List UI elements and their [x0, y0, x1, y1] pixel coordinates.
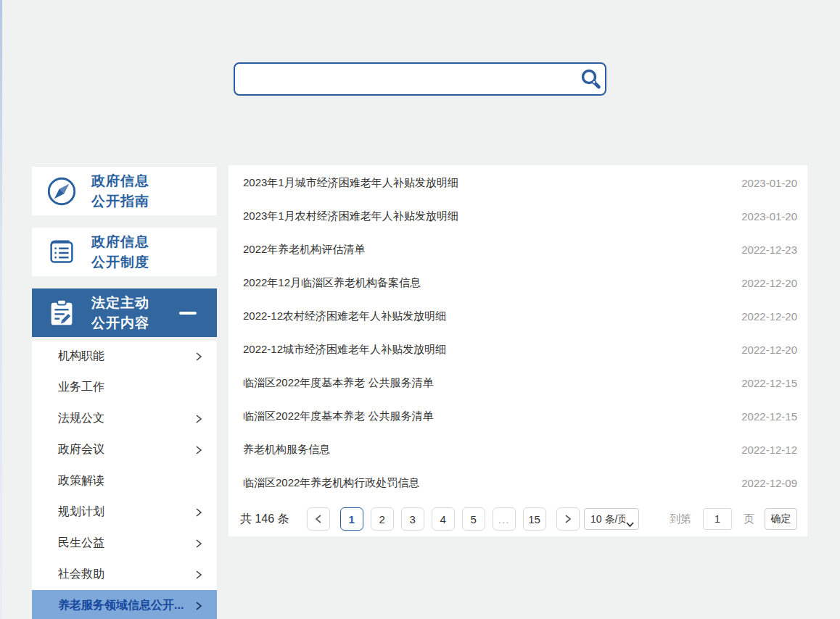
- article-title-link[interactable]: 临淄区2022年度基本养老 公共服务清单: [243, 410, 434, 423]
- sidebar-card-system[interactable]: 政府信息 公开制度: [32, 228, 217, 276]
- article-date: 2023-01-20: [727, 210, 797, 223]
- sidebar-item-yewugongzuo[interactable]: 业务工作: [32, 372, 217, 403]
- article-title-link[interactable]: 临淄区2022年度基本养老 公共服务清单: [243, 376, 434, 390]
- jump-page-input[interactable]: [703, 508, 732, 530]
- list-item[interactable]: 2022年养老机构评估清单 2022-12-23: [228, 233, 807, 266]
- sidebar-item-jigouzhineng[interactable]: 机构职能: [32, 341, 217, 372]
- article-date: 2022-12-12: [727, 444, 797, 456]
- next-page-button[interactable]: [556, 507, 580, 531]
- page: 政府信息 公开指南 政府信息 公开制度: [0, 0, 840, 619]
- sidebar-item-label: 社会救助: [58, 567, 104, 582]
- article-date: 2022-12-20: [727, 277, 797, 289]
- collapse-minus-icon[interactable]: [179, 312, 197, 315]
- article-title-link[interactable]: 2022-12农村经济困难老年人补贴发放明细: [243, 310, 446, 323]
- search-button[interactable]: [576, 65, 605, 94]
- chevron-right-icon: [195, 601, 202, 611]
- article-date: 2022-12-09: [727, 477, 797, 489]
- article-title-link[interactable]: 2022年12月临淄区养老机构备案信息: [243, 276, 421, 290]
- sidebar-card-guide[interactable]: 政府信息 公开指南: [32, 167, 217, 215]
- list-item[interactable]: 临淄区2022年度基本养老 公共服务清单 2022-12-15: [228, 366, 807, 399]
- chevron-right-icon: [195, 539, 202, 549]
- left-edge-strip: [0, 0, 2, 619]
- sidebar-item-label: 机构职能: [58, 349, 104, 364]
- clipboard-pen-icon: [32, 296, 91, 330]
- sidebar-item-guihuajihua[interactable]: 规划计划: [32, 497, 217, 528]
- search-input[interactable]: [235, 64, 576, 94]
- article-list-panel: 2023年1月城市经济困难老年人补贴发放明细 2023-01-20 2023年1…: [228, 165, 807, 536]
- list-item[interactable]: 2023年1月城市经济困难老年人补贴发放明细 2023-01-20: [228, 166, 807, 199]
- total-count-label: 共 146 条: [240, 512, 289, 527]
- chevron-right-icon: [564, 514, 572, 524]
- page-jump-group: 到第 页 确定: [670, 508, 797, 530]
- list-item[interactable]: 2022-12城市经济困难老年人补贴发放明细 2022-12-20: [228, 333, 807, 366]
- sidebar-item-zhengcejiedu[interactable]: 政策解读: [32, 465, 217, 497]
- confirm-button[interactable]: 确定: [765, 508, 797, 530]
- article-date: 2022-12-15: [727, 377, 797, 389]
- jump-prefix-label: 到第: [670, 512, 691, 526]
- prev-page-button[interactable]: [307, 507, 330, 531]
- article-title-link[interactable]: 2022-12城市经济困难老年人补贴发放明细: [243, 343, 446, 357]
- article-date: 2023-01-20: [727, 177, 797, 189]
- article-title-link[interactable]: 2023年1月农村经济困难老年人补贴发放明细: [243, 209, 458, 223]
- sidebar-item-zhengfuhuiyi[interactable]: 政府会议: [32, 434, 217, 465]
- pagination: 共 146 条 1 2 3 4 5 ... 15: [233, 507, 580, 531]
- sidebar-item-label: 政府会议: [58, 442, 104, 457]
- list-item[interactable]: 临淄区2022年度基本养老 公共服务清单 2022-12-15: [228, 399, 807, 433]
- search-bar: [234, 62, 606, 96]
- chevron-right-icon: [195, 414, 202, 424]
- article-title-link[interactable]: 2023年1月城市经济困难老年人补贴发放明细: [243, 176, 458, 190]
- sidebar-item-label: 法规公文: [58, 411, 104, 426]
- sidebar-item-yanglaofuwu[interactable]: 养老服务领域信息公开...: [32, 590, 217, 619]
- chevron-right-icon: [195, 507, 202, 518]
- article-title-link[interactable]: 临淄区2022年养老机构行政处罚信息: [243, 476, 419, 490]
- list-item[interactable]: 2022年12月临淄区养老机构备案信息 2022-12-20: [228, 266, 807, 299]
- list-item[interactable]: 养老机构服务信息 2022-12-12: [228, 433, 807, 466]
- chevron-right-icon: [195, 570, 202, 580]
- sidebar-item-label: 民生公益: [58, 536, 104, 551]
- page-button-1[interactable]: 1: [340, 507, 363, 531]
- sidebar-item-label: 政策解读: [58, 473, 104, 489]
- sidebar-item-faguigongwen[interactable]: 法规公文: [32, 403, 217, 434]
- sidebar-card-system-label: 政府信息 公开制度: [91, 232, 149, 273]
- page-size-select[interactable]: 10 条/页: [584, 508, 639, 530]
- compass-icon: [32, 175, 91, 208]
- sidebar-item-minshenggongyi[interactable]: 民生公益: [32, 528, 217, 559]
- list-item[interactable]: 2023年1月农村经济困难老年人补贴发放明细 2023-01-20: [228, 199, 807, 233]
- chevron-right-icon: [195, 445, 202, 455]
- article-date: 2022-12-20: [727, 344, 797, 356]
- page-button-5[interactable]: 5: [462, 507, 485, 531]
- sidebar-submenu: 机构职能 业务工作 法规公文 政府会议 政策解读 规划计划: [32, 341, 217, 619]
- search-icon: [579, 67, 602, 91]
- sidebar-card-statutory-label: 法定主动 公开内容: [91, 293, 149, 333]
- sidebar-card-guide-label: 政府信息 公开指南: [91, 171, 149, 212]
- book-icon: [32, 236, 91, 269]
- page-button-3[interactable]: 3: [401, 507, 424, 531]
- sidebar-item-label: 规划计划: [58, 504, 104, 520]
- chevron-right-icon: [195, 352, 202, 362]
- chevron-left-icon: [315, 514, 322, 524]
- page-ellipsis-button[interactable]: ...: [493, 507, 516, 531]
- article-date: 2022-12-15: [727, 410, 797, 423]
- page-size-select-wrap: 10 条/页: [584, 508, 639, 530]
- article-list: 2023年1月城市经济困难老年人补贴发放明细 2023-01-20 2023年1…: [228, 166, 807, 499]
- article-title-link[interactable]: 养老机构服务信息: [243, 443, 330, 457]
- sidebar-item-shehuijiuzhu[interactable]: 社会救助: [32, 559, 217, 590]
- article-date: 2022-12-23: [727, 244, 797, 256]
- page-button-2[interactable]: 2: [371, 507, 394, 531]
- article-date: 2022-12-20: [727, 310, 797, 323]
- sidebar-card-statutory[interactable]: 法定主动 公开内容: [32, 288, 217, 337]
- sidebar-item-label: 养老服务领域信息公开...: [58, 598, 184, 613]
- sidebar-item-label: 业务工作: [58, 380, 104, 395]
- page-button-15[interactable]: 15: [523, 507, 546, 531]
- article-title-link[interactable]: 2022年养老机构评估清单: [243, 243, 365, 257]
- jump-suffix-label: 页: [744, 512, 754, 526]
- page-button-4[interactable]: 4: [432, 507, 455, 531]
- list-item[interactable]: 临淄区2022年养老机构行政处罚信息 2022-12-09: [228, 466, 807, 499]
- list-item[interactable]: 2022-12农村经济困难老年人补贴发放明细 2022-12-20: [228, 299, 807, 333]
